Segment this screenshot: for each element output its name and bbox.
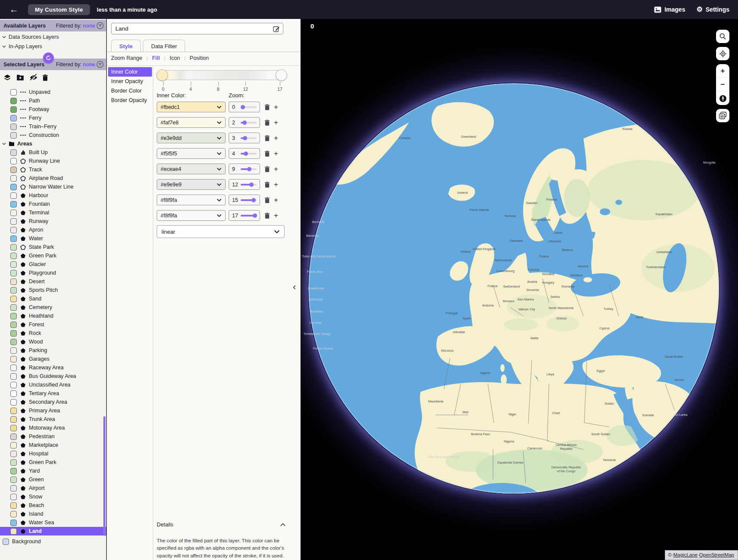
layer-visibility-checkbox[interactable] — [10, 175, 17, 182]
layer-visibility-checkbox[interactable] — [10, 433, 17, 440]
tab-data-filter[interactable]: Data Filter — [143, 40, 185, 52]
color-select[interactable]: #f5f5f5 — [157, 148, 226, 159]
map-view[interactable]: CanadaGreenlandIcelandFaroe IslandsNorwa… — [301, 19, 738, 560]
zoom-mini-slider[interactable] — [241, 168, 257, 170]
zoom-mini-slider[interactable] — [241, 137, 257, 139]
layer-visibility-checkbox[interactable] — [10, 476, 17, 483]
color-select[interactable]: #e9e9e9 — [157, 179, 226, 190]
group-data-sources-layers[interactable]: Data Sources Layers — [0, 32, 106, 41]
images-button[interactable]: Images — [654, 6, 685, 13]
menu-inner-color[interactable]: Inner Color — [108, 67, 152, 77]
layer-visibility-checkbox[interactable] — [10, 201, 17, 207]
color-select[interactable]: #eceae4 — [157, 164, 226, 174]
layer-row[interactable]: Parking — [0, 346, 106, 355]
layer-row[interactable]: Green Park — [0, 251, 106, 260]
delete-layer-icon[interactable] — [42, 74, 50, 82]
interpolation-select[interactable]: linear — [157, 225, 285, 238]
add-stop-button[interactable]: + — [274, 119, 278, 126]
hide-layer-icon[interactable] — [29, 74, 37, 82]
layer-visibility-checkbox[interactable] — [10, 451, 17, 457]
edit-icon[interactable] — [273, 25, 280, 32]
layers-icon[interactable] — [3, 74, 11, 82]
add-stop-button[interactable]: + — [274, 196, 278, 204]
layer-row[interactable]: Cemetery — [0, 303, 106, 312]
layer-row[interactable]: Green Park — [0, 458, 106, 467]
layer-visibility-checkbox[interactable] — [10, 356, 17, 362]
layer-row-background[interactable]: Background — [0, 537, 106, 546]
layer-visibility-checkbox[interactable] — [10, 304, 17, 311]
delete-stop-button[interactable] — [264, 135, 270, 142]
color-select[interactable]: #f8f9fa — [157, 195, 226, 205]
layer-visibility-checkbox[interactable] — [10, 442, 17, 449]
zoom-value-chip[interactable]: 0 — [229, 102, 260, 112]
zoom-mini-slider[interactable] — [241, 153, 257, 155]
layer-row[interactable]: Bus Guideway Area — [0, 372, 106, 381]
layer-visibility-checkbox[interactable] — [10, 184, 17, 190]
layer-visibility-checkbox[interactable] — [10, 390, 17, 397]
layer-row[interactable]: Hospital — [0, 449, 106, 458]
sidebar-scrollbar[interactable] — [103, 416, 105, 536]
layer-visibility-checkbox[interactable] — [10, 339, 17, 345]
refresh-button[interactable] — [43, 53, 54, 63]
add-stop-button[interactable]: + — [274, 150, 278, 157]
layer-visibility-checkbox[interactable] — [10, 124, 17, 130]
zoom-value-chip[interactable]: 2 — [229, 117, 260, 128]
zoom-mini-slider[interactable] — [241, 215, 257, 217]
layer-visibility-checkbox[interactable] — [10, 365, 17, 371]
layer-row[interactable]: Airport — [0, 484, 106, 492]
layer-visibility-checkbox[interactable] — [10, 528, 17, 535]
tab-style[interactable]: Style — [111, 40, 141, 52]
layer-row[interactable]: Sports Pitch — [0, 286, 106, 294]
zoom-value-chip[interactable]: 4 — [229, 148, 260, 159]
subnav-position[interactable]: Position — [190, 55, 209, 61]
zoom-value-chip[interactable]: 9 — [229, 164, 260, 174]
layer-visibility-checkbox[interactable] — [10, 89, 17, 96]
layer-row[interactable]: Construction — [0, 131, 106, 139]
layer-row[interactable]: Water — [0, 234, 106, 243]
layer-visibility-checkbox[interactable] — [10, 459, 17, 466]
back-arrow-icon[interactable]: ← — [9, 4, 19, 15]
delete-stop-button[interactable] — [264, 181, 270, 188]
layer-row[interactable]: Land — [0, 527, 106, 535]
layer-row[interactable]: Narrow Water Line — [0, 183, 106, 191]
layer-row[interactable]: Tertiary Area — [0, 389, 106, 398]
layer-visibility-checkbox[interactable] — [10, 425, 17, 431]
layer-row[interactable]: Pedestrian — [0, 432, 106, 441]
layer-row[interactable]: Raceway Area — [0, 363, 106, 372]
layer-row[interactable]: Heathland — [0, 312, 106, 320]
group-in-app-layers[interactable]: In-App Layers — [0, 42, 106, 51]
delete-stop-button[interactable] — [264, 150, 270, 157]
gradient-handle-right[interactable] — [276, 69, 287, 81]
layer-visibility-checkbox[interactable] — [10, 158, 17, 164]
layer-visibility-checkbox[interactable] — [10, 382, 17, 388]
layer-visibility-checkbox[interactable] — [3, 538, 9, 545]
add-stop-button[interactable]: + — [274, 134, 278, 142]
layer-visibility-checkbox[interactable] — [10, 218, 17, 225]
layer-row[interactable]: State Park — [0, 243, 106, 251]
layer-visibility-checkbox[interactable] — [10, 149, 17, 156]
layer-visibility-checkbox[interactable] — [10, 485, 17, 492]
zoom-mini-slider[interactable] — [241, 199, 257, 201]
layer-row[interactable]: Island — [0, 510, 106, 518]
layer-row[interactable]: Motorway Area — [0, 424, 106, 432]
layer-row[interactable]: Apron — [0, 226, 106, 234]
areas-group-row[interactable]: Areas — [0, 139, 106, 148]
layer-visibility-checkbox[interactable] — [10, 520, 17, 526]
delete-stop-button[interactable] — [264, 197, 270, 204]
collapse-panel-icon[interactable]: ‹ — [293, 282, 296, 293]
layer-row[interactable]: Terminal — [0, 208, 106, 217]
layer-visibility-checkbox[interactable] — [10, 98, 17, 104]
add-stop-button[interactable]: + — [274, 212, 278, 219]
layer-visibility-checkbox[interactable] — [10, 227, 17, 233]
layer-visibility-checkbox[interactable] — [10, 278, 17, 285]
layer-visibility-checkbox[interactable] — [10, 167, 17, 173]
layer-row[interactable]: Ferry — [0, 114, 106, 122]
color-select[interactable]: #f8f9fa — [157, 210, 226, 221]
layer-row[interactable]: Garages — [0, 355, 106, 363]
menu-border-color[interactable]: Border Color — [108, 86, 152, 96]
layer-row[interactable]: Airplane Road — [0, 174, 106, 183]
layer-row[interactable]: Path — [0, 96, 106, 105]
zoom-mini-slider[interactable] — [241, 184, 257, 186]
layer-visibility-checkbox[interactable] — [10, 253, 17, 259]
layer-row[interactable]: Rock — [0, 329, 106, 337]
